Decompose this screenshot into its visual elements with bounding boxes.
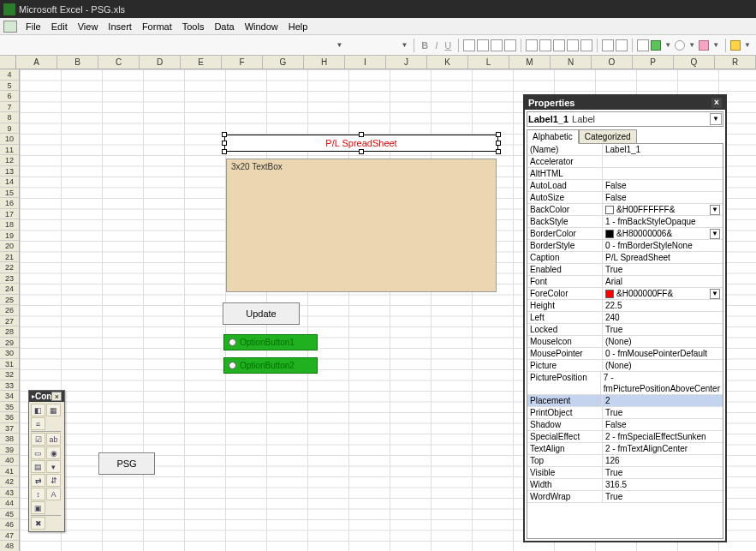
col-header-c[interactable]: C: [98, 56, 140, 69]
prop-value[interactable]: 22.5: [603, 300, 723, 311]
prop-row-picture[interactable]: Picture(None): [527, 360, 723, 372]
prop-row-visible[interactable]: VisibleTrue: [527, 467, 723, 479]
col-header-h[interactable]: H: [304, 56, 345, 69]
prop-value[interactable]: False: [603, 180, 723, 191]
currency-button[interactable]: [526, 39, 538, 51]
combobox-control-button[interactable]: ▾: [46, 460, 61, 473]
col-header-r[interactable]: R: [715, 56, 756, 69]
col-header-m[interactable]: M: [509, 56, 551, 69]
col-header-p[interactable]: P: [633, 56, 674, 69]
row-header-36[interactable]: 36: [0, 412, 19, 423]
row-header-31[interactable]: 31: [0, 359, 19, 370]
prop-row-pictureposition[interactable]: PicturePosition7 - fmPicturePositionAbov…: [527, 372, 723, 395]
prop-row-placement[interactable]: Placement2: [527, 395, 723, 407]
color-dropdown-icon[interactable]: ▼: [687, 41, 697, 49]
row-header-14[interactable]: 14: [0, 177, 19, 188]
select-all-corner[interactable]: [0, 56, 16, 69]
listbox-control-button[interactable]: ▤: [31, 460, 45, 473]
row-header-32[interactable]: 32: [0, 369, 19, 380]
prop-value[interactable]: [603, 168, 723, 179]
row-header-29[interactable]: 29: [0, 338, 19, 349]
align-right-button[interactable]: [491, 39, 503, 51]
prop-dropdown-icon[interactable]: ▼: [710, 229, 720, 239]
row-header-47[interactable]: 47: [0, 530, 19, 542]
prop-value[interactable]: False: [603, 419, 723, 430]
prop-value[interactable]: True: [603, 491, 723, 502]
row-header-5[interactable]: 5: [0, 81, 19, 92]
row-header-22[interactable]: 22: [0, 262, 19, 273]
menu-edit[interactable]: Edit: [46, 20, 73, 33]
menu-format[interactable]: Format: [137, 20, 177, 33]
row-header-20[interactable]: 20: [0, 241, 19, 252]
row-header-23[interactable]: 23: [0, 273, 19, 284]
toolbox-titlebar[interactable]: ▸ Con ×: [29, 391, 64, 402]
prop-row-printobject[interactable]: PrintObjectTrue: [527, 407, 723, 419]
prop-row-locked[interactable]: LockedTrue: [527, 324, 723, 336]
row-header-30[interactable]: 30: [0, 348, 19, 359]
spin-control-button[interactable]: ⇵: [46, 474, 61, 487]
properties-close-button[interactable]: ×: [711, 98, 722, 108]
prop-row-autosize[interactable]: AutoSizeFalse: [527, 192, 723, 204]
row-header-27[interactable]: 27: [0, 316, 19, 327]
row-header-25[interactable]: 25: [0, 295, 19, 306]
update-button[interactable]: Update: [223, 302, 300, 325]
prop-dropdown-icon[interactable]: ▼: [710, 289, 720, 299]
prop-value[interactable]: [603, 156, 723, 167]
properties-titlebar[interactable]: Properties ×: [525, 96, 725, 110]
row-header-38[interactable]: 38: [0, 434, 19, 445]
properties-button[interactable]: ▦: [46, 404, 61, 416]
col-header-d[interactable]: D: [140, 56, 181, 69]
textbox-control-button[interactable]: ab: [46, 433, 61, 446]
prop-row-font[interactable]: FontArial: [527, 276, 723, 288]
menu-help[interactable]: Help: [283, 20, 313, 33]
col-header-l[interactable]: L: [468, 56, 509, 69]
prop-row-backstyle[interactable]: BackStyle1 - fmBackStyleOpaque: [527, 216, 723, 228]
resize-handle-sw[interactable]: [222, 149, 227, 154]
row-header-48[interactable]: 48: [0, 541, 19, 551]
scrollbar-control-button[interactable]: ↕: [31, 488, 45, 500]
psg-button[interactable]: PSG: [98, 452, 155, 475]
row-header-42[interactable]: 42: [0, 476, 19, 488]
prop-row-left[interactable]: Left240: [527, 312, 723, 324]
prop-value[interactable]: (None): [603, 336, 723, 347]
col-header-j[interactable]: J: [386, 56, 427, 69]
checkbox-control-button[interactable]: ☑: [31, 433, 45, 446]
row-header-34[interactable]: 34: [0, 391, 19, 402]
row-header-39[interactable]: 39: [0, 445, 19, 456]
prop-value[interactable]: 2 - fmTextAlignCenter: [603, 443, 723, 454]
menu-tools[interactable]: Tools: [177, 20, 210, 33]
row-header-45[interactable]: 45: [0, 509, 19, 520]
font-dropdown-icon[interactable]: ▼: [335, 41, 345, 49]
row-header-46[interactable]: 46: [0, 519, 19, 530]
menu-view[interactable]: View: [73, 20, 104, 33]
prop-row-autoload[interactable]: AutoLoadFalse: [527, 180, 723, 192]
view-code-button[interactable]: ≡: [31, 417, 45, 430]
label-control-button[interactable]: A: [46, 488, 61, 500]
prop-value[interactable]: Arial: [603, 276, 723, 287]
row-header-7[interactable]: 7: [0, 102, 19, 113]
prop-row-borderstyle[interactable]: BorderStyle0 - fmBorderStyleNone: [527, 240, 723, 252]
col-header-q[interactable]: Q: [674, 56, 715, 69]
row-header-10[interactable]: 10: [0, 134, 19, 145]
row-header-16[interactable]: 16: [0, 198, 19, 209]
prop-value[interactable]: &H000000FF&▼: [603, 288, 723, 299]
row-header-18[interactable]: 18: [0, 219, 19, 231]
col-header-k[interactable]: K: [427, 56, 468, 69]
prop-value[interactable]: 0 - fmBorderStyleNone: [603, 240, 723, 251]
resize-handle-e[interactable]: [496, 141, 501, 146]
form-label[interactable]: P/L SpreadSheet: [224, 135, 498, 152]
resize-handle-nw[interactable]: [222, 132, 227, 137]
dec-dec-button[interactable]: [580, 39, 592, 51]
menu-file[interactable]: File: [21, 20, 46, 33]
col-header-o[interactable]: O: [592, 56, 633, 69]
prop-value[interactable]: P/L SpreadSheet: [603, 252, 723, 263]
prop-value[interactable]: 0 - fmMousePointerDefault: [603, 348, 723, 359]
row-header-35[interactable]: 35: [0, 402, 19, 413]
menu-insert[interactable]: Insert: [103, 20, 137, 33]
hl-dropdown-icon[interactable]: ▼: [742, 41, 753, 49]
prop-value[interactable]: &H00FFFFFF&▼: [603, 204, 723, 215]
prop-row-althtml[interactable]: AltHTML: [527, 168, 723, 180]
prop-dropdown-icon[interactable]: ▼: [710, 205, 720, 215]
prop-value[interactable]: 126: [603, 455, 723, 466]
col-header-i[interactable]: I: [345, 56, 386, 69]
